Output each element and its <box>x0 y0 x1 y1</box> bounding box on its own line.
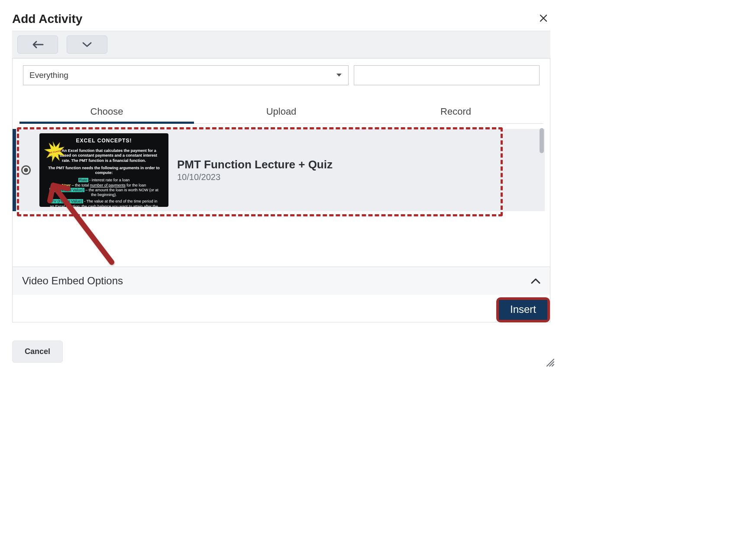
star-burst-icon: PMT Function <box>43 139 68 164</box>
arrow-left-icon <box>32 40 44 49</box>
media-item-title: PMT Function Lecture + Quiz <box>177 158 537 171</box>
more-dropdown-button[interactable] <box>67 35 107 54</box>
media-item[interactable]: PMT Function EXCEL CONCEPTS! PMT: An Exc… <box>13 129 545 211</box>
scrollbar[interactable] <box>540 128 544 153</box>
close-icon <box>539 14 548 23</box>
page-title: Add Activity <box>12 12 82 26</box>
toolbar <box>12 31 550 58</box>
embed-options-label: Video Embed Options <box>22 275 123 287</box>
resize-handle[interactable] <box>545 357 555 369</box>
resize-grip-icon <box>545 357 555 367</box>
tab-record[interactable]: Record <box>369 101 543 123</box>
filter-selected-label: Everything <box>29 71 68 80</box>
tab-upload[interactable]: Upload <box>194 101 369 123</box>
chevron-up-icon <box>531 278 540 284</box>
caret-down-icon <box>336 73 342 77</box>
annotation-highlight-insert: Insert <box>496 297 550 322</box>
chevron-down-icon <box>82 41 92 48</box>
media-thumbnail: PMT Function EXCEL CONCEPTS! PMT: An Exc… <box>39 133 168 207</box>
filter-select[interactable]: Everything <box>23 65 349 85</box>
media-item-date: 10/10/2023 <box>177 172 537 182</box>
insert-button[interactable]: Insert <box>499 300 547 320</box>
video-embed-options-toggle[interactable]: Video Embed Options <box>13 267 550 295</box>
cancel-button[interactable]: Cancel <box>12 341 63 363</box>
back-button[interactable] <box>17 35 58 54</box>
radio-dot-icon <box>24 168 28 172</box>
search-input[interactable] <box>354 65 540 85</box>
close-button[interactable] <box>537 10 550 27</box>
media-list: PMT Function EXCEL CONCEPTS! PMT: An Exc… <box>19 124 543 267</box>
tab-bar: Choose Upload Record <box>19 101 543 124</box>
media-item-radio[interactable] <box>21 165 31 175</box>
tab-choose[interactable]: Choose <box>19 101 194 123</box>
